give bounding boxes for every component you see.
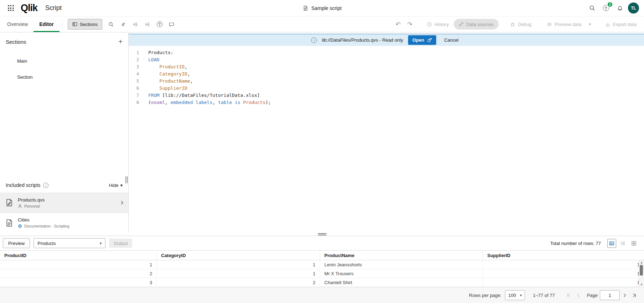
pagination-bar: Rows per page: 100 ▾ 1–77 of 77 Page	[0, 287, 644, 303]
hide-label: Hide	[109, 183, 119, 188]
search-in-script-button[interactable]	[106, 19, 117, 30]
code-line[interactable]: 7FROM [lib://DataFiles/TutorialData.xlsx…	[129, 92, 644, 99]
open-script-button[interactable]: Open	[408, 35, 436, 45]
included-script-cities[interactable]: Cities Documentation - Scripting	[0, 213, 128, 233]
app-launcher-button[interactable]	[5, 2, 16, 14]
grid-view-button[interactable]	[629, 239, 638, 248]
row-range-text: 1–77 of 77	[533, 293, 555, 298]
output-toggle-button[interactable]: Output	[109, 239, 132, 248]
script-info: Cities Documentation - Scripting	[18, 217, 69, 228]
product-title: Script	[45, 4, 62, 12]
table-cell: 2	[157, 278, 320, 287]
tab-overview[interactable]: Overview	[1, 16, 34, 32]
line-number: 8	[129, 99, 148, 106]
preview-data-menu-button[interactable]: ▾	[587, 19, 594, 30]
code-line-text: Products:	[148, 49, 173, 56]
qvs-file-icon	[5, 198, 14, 207]
export-data-button[interactable]: Export data	[601, 19, 641, 30]
preview-table-body: 11Lenin Jeansshorts121Mr X Trousers132Ch…	[0, 260, 644, 287]
sidebar-section-item[interactable]: Section	[0, 70, 128, 84]
indent-icon	[145, 22, 150, 27]
table-cell: 3	[0, 278, 157, 287]
code-line[interactable]: 2LOAD	[129, 56, 644, 63]
code-line-text: ProductID,	[148, 63, 187, 70]
chevron-down-icon: ▾	[120, 183, 123, 188]
hide-included-scripts-button[interactable]: Hide ▾	[109, 183, 123, 188]
preview-toggle-button[interactable]: Preview	[3, 238, 30, 248]
table-cell: 2	[0, 269, 157, 278]
document-title-button[interactable]: Sample script	[303, 0, 342, 16]
splitter-drag-handle[interactable]	[318, 233, 326, 235]
data-sources-button[interactable]: Data sources	[454, 19, 499, 30]
debug-button[interactable]: Debug	[506, 19, 535, 30]
sections-toggle-button[interactable]: Sections	[68, 19, 102, 30]
sections-sidebar: Sections + MainSection Included scripts …	[0, 32, 129, 233]
rows-per-page-value: 100	[508, 293, 516, 298]
preview-data-label: Preview data	[555, 22, 581, 27]
script-subtitle: Documentation - Scripting	[18, 224, 69, 228]
vertical-scrollbar[interactable]: ▲ ▼	[639, 260, 644, 287]
data-sources-icon	[459, 22, 464, 27]
table-cell: Lenin Jeansshorts	[320, 260, 483, 269]
code-line[interactable]: 1Products:	[129, 49, 644, 56]
rows-per-page-select[interactable]: 100 ▾	[505, 290, 525, 300]
add-section-button[interactable]: +	[118, 38, 123, 45]
previous-page-button[interactable]	[574, 291, 583, 300]
comment-button[interactable]: //	[118, 19, 129, 30]
history-button[interactable]: History	[423, 19, 453, 30]
code-line[interactable]: 4 CategoryID,	[129, 70, 644, 78]
code-editor[interactable]: 1Products:2LOAD3 ProductID,4 CategoryID,…	[129, 46, 644, 233]
syntax-help-button[interactable]: ?	[154, 19, 165, 30]
indent-button[interactable]	[142, 19, 153, 30]
document-title: Sample script	[311, 5, 342, 11]
script-file-icon	[5, 218, 14, 228]
outdent-button[interactable]	[130, 19, 141, 30]
open-script-chevron[interactable]: ›	[121, 199, 123, 207]
search-icon	[589, 5, 595, 11]
tab-editor[interactable]: Editor	[34, 16, 59, 32]
clock-icon	[427, 22, 432, 27]
scroll-down-arrow[interactable]: ▼	[640, 283, 643, 286]
code-line-text: (ooxml, embedded labels, table is Produc…	[148, 99, 271, 106]
next-page-button[interactable]	[620, 291, 629, 300]
top-bar-actions: ? 2 TL	[586, 2, 639, 14]
notifications-button[interactable]	[614, 2, 625, 14]
help-button[interactable]: ? 2	[600, 2, 612, 14]
table-select[interactable]: Products ▾	[34, 238, 105, 248]
hints-button[interactable]	[166, 19, 177, 30]
comment-icon: //	[122, 22, 124, 27]
redo-button[interactable]: ↷	[405, 19, 415, 30]
script-title: Products.qvs	[18, 197, 45, 203]
eye-icon	[547, 22, 552, 27]
code-line[interactable]: 6 SupplierID	[129, 85, 644, 92]
column-header: ProductID	[0, 251, 157, 260]
undo-button[interactable]: ↶	[393, 19, 403, 30]
line-number: 3	[129, 63, 148, 70]
sidebar-section-item[interactable]: Main	[0, 54, 128, 68]
script-subtitle: Personal	[18, 204, 45, 208]
user-avatar[interactable]: TL	[628, 2, 639, 14]
preview-data-button[interactable]: Preview data	[543, 19, 585, 30]
search-icon	[108, 22, 114, 27]
table-view-button[interactable]	[607, 239, 616, 248]
line-number: 7	[129, 92, 148, 99]
code-line[interactable]: 5 ProductName,	[129, 78, 644, 85]
code-line[interactable]: 3 ProductID,	[129, 63, 644, 70]
scroll-up-arrow[interactable]: ▲	[640, 261, 643, 264]
last-page-button[interactable]	[629, 291, 639, 300]
scrollbar-thumb[interactable]	[640, 265, 643, 276]
script-editor-pane: i lib://DataFiles/Products.qvs - Read on…	[129, 32, 644, 233]
preview-toolbar: Preview Products ▾ Output Total number o…	[0, 236, 644, 250]
page-number-input[interactable]	[600, 290, 620, 300]
cancel-button[interactable]: Cancel	[441, 37, 461, 43]
script-space-label: Personal	[24, 204, 40, 208]
sidebar-resize-handle[interactable]	[125, 176, 128, 183]
table-cell: 1	[0, 260, 157, 269]
code-line[interactable]: 8(ooxml, embedded labels, table is Produ…	[129, 99, 644, 106]
rows-per-page-label: Rows per page:	[469, 293, 501, 298]
list-view-button[interactable]	[618, 239, 627, 248]
included-script-products[interactable]: Products.qvs Personal ›	[0, 193, 128, 213]
first-page-button[interactable]	[564, 291, 574, 300]
last-page-icon	[632, 293, 637, 298]
global-search-button[interactable]	[586, 2, 598, 14]
